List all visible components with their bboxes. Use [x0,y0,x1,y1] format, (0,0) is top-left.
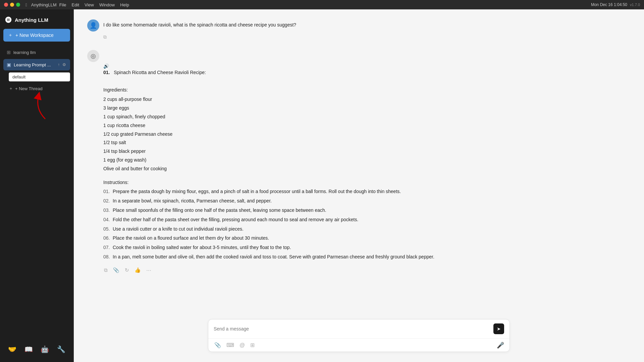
upload-workspace-button[interactable]: ↑ [57,62,60,68]
step-number: 03. [103,206,113,215]
app-layout: Anything LLM ＋ + New Workspace ⊞ learnin… [0,9,644,362]
ai-message-block: ◎ 🔊 01. Spinach Ricotta and Cheese Ravio… [87,50,631,274]
menu-help[interactable]: Help [120,2,129,7]
regenerate-button[interactable]: ↻ [124,266,130,274]
instructions-list: 01.Prepare the pasta dough by mixing flo… [103,188,631,261]
ingredient-item: Olive oil and butter for cooking [103,165,631,173]
menu-edit[interactable]: Edit [72,2,79,7]
maximize-button[interactable] [16,3,20,7]
instruction-item: 04.Fold the other half of the pasta shee… [103,216,631,224]
message-input[interactable] [214,326,490,331]
message-actions: ⧉ 📎 ↻ 👍 ⋯ [103,266,631,274]
ingredient-item: 1 cup spinach, finely chopped [103,113,631,121]
step-number: 02. [103,197,113,205]
thread-section: default ＋ + New Thread [3,72,70,93]
speaker-icon[interactable]: 🔊 [103,63,631,69]
step-text: Cook the ravioli in boiling salted water… [113,245,291,250]
step-number: 08. [103,253,113,261]
arrow-annotation [29,89,55,122]
menu-file[interactable]: File [59,2,66,7]
user-avatar: 👤 [87,19,99,32]
mention-button[interactable]: @ [239,342,246,349]
version-badge: v1.7.0 [630,3,640,7]
instruction-item: 01.Prepare the pasta dough by mixing flo… [103,188,631,196]
user-avatar-icon: 👤 [90,22,97,29]
settings-workspace-button[interactable]: ⚙ [62,62,67,68]
user-message-text: I do like some homemade ravioli, what is… [103,19,296,28]
logo-area: Anything LLM [3,13,70,29]
workspace-label-learning-llm: learning llm [13,50,36,55]
new-thread-label: + New Thread [15,86,43,91]
step-number: 01. [103,188,113,196]
copy-user-message-button[interactable]: ⧉ [103,34,631,40]
input-tools: 📎 ⌨ @ ⊞ 🎤 [208,338,509,352]
recipe-title: 01. Spinach Ricotta and Cheese Ravioli R… [103,69,631,77]
book-icon-button[interactable]: 📖 [22,343,35,355]
ai-message-header: ◎ [87,50,631,62]
title-bar-left:  AnythingLLM File Edit View Window Help [4,2,129,7]
copy-response-button[interactable]: ⧉ [103,266,108,274]
menu-window[interactable]: Window [99,2,115,7]
instruction-item: 02.In a separate bowl, mix spinach, rico… [103,197,631,205]
thread-default-label[interactable]: default [9,72,70,81]
logo-icon [5,16,12,23]
datetime-display: Mon Dec 16 1:04:50 [591,2,627,7]
instruction-item: 07.Cook the ravioli in boiling salted wa… [103,244,631,252]
workspace-actions: ↑ ⚙ [57,62,67,68]
code-button[interactable]: ⌨ [226,341,235,349]
grid-icon-active: ▣ [7,62,11,67]
step-title-num: 01. [103,70,112,75]
chat-area: 👤 I do like some homemade ravioli, what … [74,9,644,312]
ai-message-content: 01. Spinach Ricotta and Cheese Ravioli R… [103,69,631,261]
robot-icon-button[interactable]: 🤖 [39,343,51,355]
ingredient-item: 1/2 cup grated Parmesan cheese [103,130,631,139]
step-text: Place the ravioli on a floured surface a… [113,235,269,241]
menu-view[interactable]: View [85,2,94,7]
new-thread-button[interactable]: ＋ + New Thread [9,84,43,93]
ingredient-item: 1/4 tsp black pepper [103,147,631,156]
instruction-item: 05.Use a ravioli cutter or a knife to cu… [103,225,631,233]
sidebar-bottom: 🤝 📖 🤖 🔧 [3,341,70,358]
instruction-item: 06.Place the ravioli on a floured surfac… [103,234,631,242]
sidebar-item-learning-llm[interactable]: ⊞ learning llm [3,47,70,58]
input-container: ➤ 📎 ⌨ @ ⊞ 🎤 [208,319,510,352]
main-content: 👤 I do like some homemade ravioli, what … [74,9,644,362]
minimize-button[interactable] [10,3,14,7]
step-number: 04. [103,216,113,224]
ingredient-item: 1 egg (for egg wash) [103,156,631,165]
microphone-button[interactable]: 🎤 [497,342,504,349]
title-bar:  AnythingLLM File Edit View Window Help… [0,0,644,9]
attach-file-button[interactable]: 📎 [214,341,222,349]
ingredient-item: 1 cup ricotta cheese [103,121,631,130]
new-workspace-button[interactable]: ＋ + New Workspace [3,29,70,42]
plus-icon: ＋ [8,32,13,38]
ingredient-item: 1/2 tsp salt [103,138,631,147]
apple-icon:  [25,2,27,7]
send-icon: ➤ [497,326,501,331]
thumbsup-button[interactable]: 👍 [134,266,142,274]
menu-bar: File Edit View Window Help [59,2,129,7]
instruction-item: 03.Place small spoonfuls of the filling … [103,206,631,215]
ai-avatar: ◎ [87,50,99,62]
workspace-label-learning-prompt: Learning Prompt ... [14,62,51,67]
more-options-button[interactable]: ⋯ [146,266,152,274]
step-text: In a separate bowl, mix spinach, ricotta… [113,198,272,203]
app-name-menubar: AnythingLLM [31,2,57,7]
sidebar: Anything LLM ＋ + New Workspace ⊞ learnin… [0,9,74,362]
wrench-icon-button[interactable]: 🔧 [55,343,67,355]
send-button[interactable]: ➤ [493,323,504,334]
ingredient-item: 2 cups all-purpose flour [103,95,631,104]
title-bar-right: Mon Dec 16 1:04:50 v1.7.0 [591,2,640,7]
recipe-title-text: Spinach Ricotta and Cheese Ravioli Recip… [114,70,206,75]
attach-button[interactable]: 📎 [112,266,120,274]
grid-icon: ⊞ [7,50,11,55]
step-text: In a pan, melt some butter and olive oil… [113,254,434,259]
handshake-icon-button[interactable]: 🤝 [6,343,18,355]
close-button[interactable] [4,3,8,7]
instructions-label: Instructions: [103,179,631,187]
sidebar-item-learning-prompt[interactable]: ▣ Learning Prompt ... ↑ ⚙ [3,59,70,70]
table-button[interactable]: ⊞ [250,341,255,349]
input-area: ➤ 📎 ⌨ @ ⊞ 🎤 [74,312,644,362]
plus-thread-icon: ＋ [9,85,13,92]
input-row: ➤ [208,319,509,338]
